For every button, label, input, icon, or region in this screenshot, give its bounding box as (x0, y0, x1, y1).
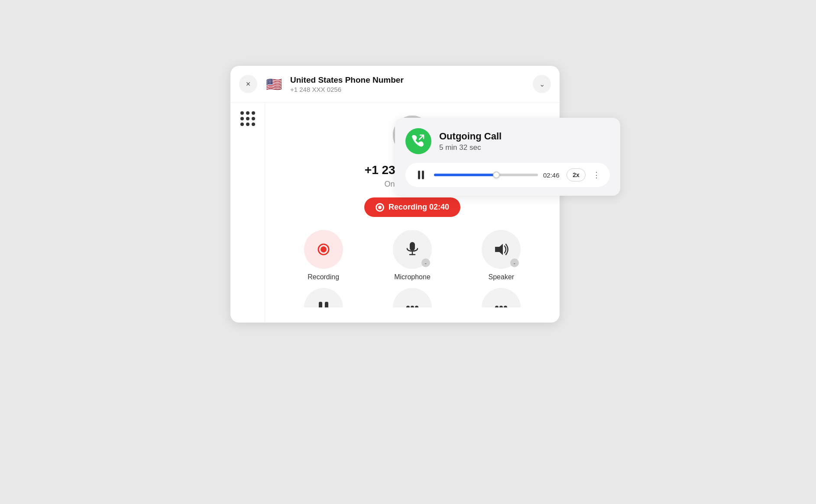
recording-dot-icon (376, 203, 384, 212)
record-icon (316, 242, 331, 257)
progress-bar[interactable] (434, 174, 538, 176)
more-control-partial (371, 288, 453, 314)
header-info: United States Phone Number +1 248 XXX 02… (290, 75, 527, 93)
bottom-controls-partial (274, 288, 551, 314)
pause-icon (418, 171, 424, 179)
chevron-down-icon: ⌄ (539, 80, 545, 88)
svg-rect-9 (319, 302, 322, 313)
more-options-button[interactable]: ⋮ (591, 168, 602, 181)
svg-point-12 (411, 306, 414, 309)
microphone-icon (406, 242, 419, 257)
header-title: United States Phone Number (290, 75, 527, 85)
microphone-label: Microphone (394, 273, 431, 281)
svg-point-15 (499, 306, 503, 309)
microphone-chevron-icon: ⌄ (421, 258, 430, 267)
outgoing-call-icon (405, 128, 431, 154)
speaker-label: Speaker (489, 273, 515, 281)
audio-player: 02:46 2x ⋮ (405, 163, 610, 187)
speaker-control: ⌄ Speaker (460, 230, 542, 281)
phone-header: × 🇺🇸 United States Phone Number +1 248 X… (230, 66, 560, 103)
recording-badge[interactable]: Recording 02:40 (364, 197, 460, 217)
pause-hold-icon (318, 301, 329, 314)
time-label: 02:46 (543, 171, 561, 179)
svg-point-16 (504, 306, 507, 309)
svg-point-14 (495, 306, 499, 309)
microphone-control: ⌄ Microphone (371, 230, 453, 281)
outgoing-call-popup: Outgoing Call 5 min 32 sec 02:46 (395, 118, 620, 196)
more-button[interactable] (393, 288, 432, 314)
svg-point-11 (406, 306, 410, 309)
flag-icon: 🇺🇸 (263, 74, 284, 94)
pause-button[interactable] (413, 167, 429, 183)
hold-button[interactable] (304, 288, 343, 314)
progress-thumb (493, 171, 500, 178)
more-dots-icon (406, 305, 419, 310)
svg-point-13 (415, 306, 418, 309)
extra-control-partial (460, 288, 542, 314)
recording-button[interactable] (304, 230, 343, 269)
close-icon: × (246, 80, 251, 89)
progress-track (434, 174, 538, 176)
sidebar (230, 103, 265, 323)
progress-fill (434, 174, 496, 176)
close-button[interactable]: × (239, 75, 257, 93)
more-dots-icon: ⋮ (593, 171, 600, 179)
popup-title: Outgoing Call (439, 131, 502, 142)
svg-rect-10 (325, 302, 328, 313)
speaker-chevron-icon: ⌄ (510, 258, 519, 267)
extra-button[interactable] (482, 288, 521, 314)
svg-rect-5 (410, 242, 415, 251)
keypad-icon[interactable] (240, 111, 255, 126)
hold-control-partial (282, 288, 364, 314)
recording-label: Recording (308, 273, 339, 281)
extra-dots-icon (495, 305, 508, 310)
microphone-button[interactable]: ⌄ (393, 230, 432, 269)
playback-speed-button[interactable]: 2x (567, 168, 586, 181)
speaker-button[interactable]: ⌄ (482, 230, 521, 269)
popup-duration: 5 min 32 sec (439, 143, 502, 152)
speaker-icon (493, 242, 509, 256)
popup-info: Outgoing Call 5 min 32 sec (439, 131, 502, 152)
controls-grid: Recording ⌄ Micr (274, 230, 551, 281)
svg-marker-8 (495, 244, 503, 255)
recording-control: Recording (282, 230, 364, 281)
chevron-down-button[interactable]: ⌄ (533, 75, 551, 93)
header-number: +1 248 XXX 0256 (290, 86, 527, 93)
recording-badge-label: Recording 02:40 (389, 203, 449, 212)
svg-point-4 (321, 246, 327, 252)
popup-header: Outgoing Call 5 min 32 sec (405, 128, 610, 154)
